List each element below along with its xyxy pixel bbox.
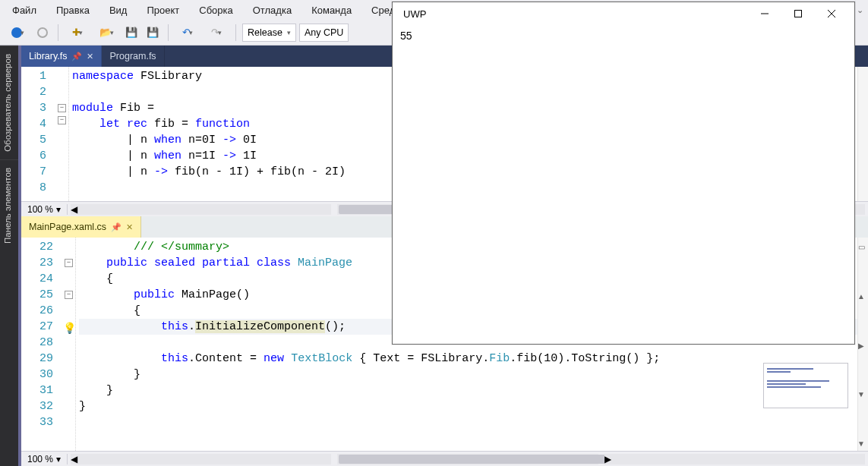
menu-file[interactable]: Файл [5, 2, 44, 18]
tab-program-fs[interactable]: Program.fs [102, 46, 164, 67]
zoom-dropdown[interactable]: 100 %▾ [21, 454, 68, 464]
menu-build[interactable]: Сборка [191, 2, 241, 18]
scroll-right-icon[interactable]: ▶ [604, 454, 865, 464]
zoom-dropdown[interactable]: 100 %▾ [21, 204, 68, 215]
scroll-left-icon[interactable]: ◀ [71, 204, 331, 215]
server-explorer-tab[interactable]: Обозреватель серверов [0, 46, 18, 159]
forward-icon [37, 27, 48, 38]
tab-mainpage-cs[interactable]: MainPage.xaml.cs 📌 ✕ [21, 216, 141, 238]
nav-back-button[interactable]: ▾ [5, 24, 30, 42]
scroll-down-icon[interactable]: ▼ [857, 436, 865, 451]
platform-value: Any CPU [305, 27, 343, 38]
fold-toggle[interactable]: − [65, 291, 73, 299]
close-icon[interactable]: ✕ [87, 52, 93, 61]
open-file-button[interactable]: 📂▾ [93, 24, 119, 42]
arrow-right-icon[interactable]: ▶ [858, 338, 864, 353]
chevron-down-icon: ▾ [287, 29, 291, 36]
fold-toggle[interactable]: − [58, 104, 66, 112]
minimize-button[interactable] [748, 3, 781, 24]
titlebar[interactable]: UWP [393, 2, 854, 25]
arrow-down-icon[interactable]: ▼ [857, 387, 865, 401]
horizontal-scrollbar[interactable] [337, 454, 598, 464]
uwp-app-window: UWP 55 [392, 2, 855, 345]
tab-label: Library.fs [29, 51, 67, 61]
tab-label: MainPage.xaml.cs [29, 222, 106, 232]
marker-gutter [857, 67, 868, 201]
save-button[interactable]: 💾 [122, 24, 140, 42]
pin-icon[interactable]: 📌 [71, 52, 82, 61]
redo-button[interactable]: ↷▾ [204, 24, 229, 42]
fold-column: − − 💡 [62, 238, 76, 451]
minimap[interactable] [763, 363, 848, 408]
menu-project[interactable]: Проект [139, 2, 187, 18]
fold-toggle[interactable]: − [58, 116, 66, 124]
tab-library-fs[interactable]: Library.fs 📌 ✕ [21, 46, 102, 67]
overflow-chevron-icon[interactable]: ⌄ [857, 5, 863, 15]
window-title: UWP [399, 8, 748, 20]
lightbulb-icon[interactable]: 💡 [63, 321, 75, 333]
pin-icon[interactable]: 📌 [111, 222, 122, 232]
fold-toggle[interactable]: − [65, 259, 73, 267]
fold-column: − − [55, 67, 69, 201]
platform-dropdown[interactable]: Any CPU [299, 24, 349, 42]
toolbox-tab[interactable]: Панель элементов [0, 159, 18, 251]
app-output: 55 [393, 25, 854, 344]
new-project-button[interactable]: ✚▾ [65, 24, 90, 42]
line-gutter: 1 2 3 4 5 6 7 8 [21, 67, 55, 201]
menu-edit[interactable]: Правка [49, 2, 97, 18]
left-toolwindow-strip: Обозреватель серверов Панель элементов [0, 46, 18, 466]
close-icon[interactable]: ✕ [126, 222, 133, 232]
right-scroll-markers: ▭ ▲ ▶ ▼ ▼ [854, 240, 868, 451]
menu-view[interactable]: Вид [102, 2, 135, 18]
nav-forward-button[interactable] [33, 24, 52, 42]
undo-button[interactable]: ↶▾ [175, 24, 200, 42]
scroll-left-icon[interactable]: ◀ [71, 454, 331, 464]
split-icon[interactable]: ▭ [858, 240, 865, 254]
arrow-up-icon[interactable]: ▲ [857, 289, 865, 304]
menu-debug[interactable]: Отладка [245, 2, 299, 18]
line-gutter: 22 23 24 25 26 27 28 29 30 31 32 33 [21, 238, 62, 451]
configuration-dropdown[interactable]: Release▾ [242, 24, 296, 42]
maximize-button[interactable] [781, 3, 815, 24]
save-all-button[interactable]: 💾 [144, 24, 162, 42]
svg-rect-1 [795, 11, 802, 17]
menu-team[interactable]: Команда [304, 2, 359, 18]
close-button[interactable] [815, 3, 848, 24]
configuration-value: Release [248, 27, 282, 38]
tab-label: Program.fs [109, 51, 156, 61]
zoom-bar-bottom: 100 %▾ ◀ ▶ [21, 451, 868, 466]
